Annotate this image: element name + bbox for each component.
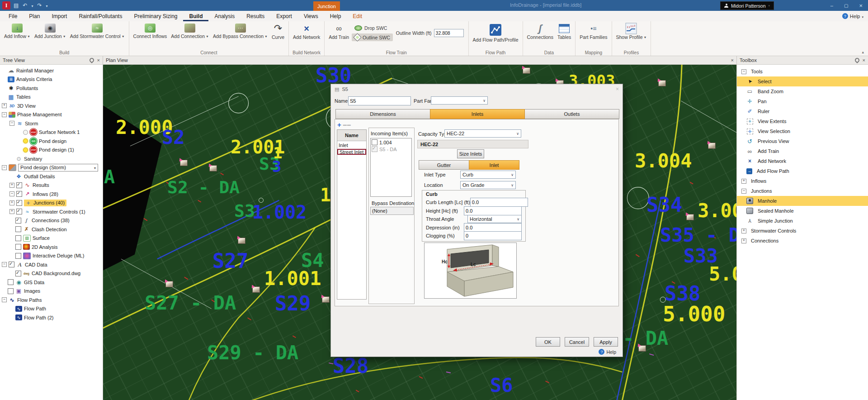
toolbox-section-stormwater-controls[interactable]: +Stormwater Controls xyxy=(737,226,868,236)
toolbox-item-band-zoom[interactable]: ▭Band Zoom xyxy=(737,86,868,96)
part-family-select[interactable]: ∨ xyxy=(431,96,488,105)
plan-view-tab[interactable]: Plan View xyxy=(106,57,728,63)
tree-view-close-icon[interactable] xyxy=(97,57,100,63)
ribbon-button-add-stormwater-control[interactable]: ≈Add Stormwater Control ▼ xyxy=(69,23,126,40)
expander-icon[interactable]: − xyxy=(2,262,7,267)
toolbox-item-sealed-manhole[interactable]: Sealed Manhole xyxy=(737,206,868,216)
plan-view-close-icon[interactable] xyxy=(731,57,734,63)
ribbon-button-add-network[interactable]: ×Add Network xyxy=(292,23,321,41)
tree-item-flow-path-2[interactable]: ∿Flow Path (2) xyxy=(0,313,103,322)
incoming-item-s5-da[interactable]: S5 - DA xyxy=(371,145,411,152)
expander-icon[interactable]: + xyxy=(741,179,746,184)
apply-button[interactable]: Apply xyxy=(594,337,618,347)
checkbox[interactable] xyxy=(15,271,21,276)
ribbon-button-tables[interactable]: Tables xyxy=(556,23,572,41)
junction-marker-icon[interactable] xyxy=(238,238,245,244)
checkbox[interactable] xyxy=(15,226,21,232)
junction-marker-icon[interactable] xyxy=(708,143,716,149)
field-select-inlet-type[interactable]: Curb∨ xyxy=(460,171,516,179)
junction-marker-icon[interactable] xyxy=(165,281,173,287)
dialog-tab-outlets[interactable]: Outlets xyxy=(524,109,619,119)
tree-item-junctions-40[interactable]: ++Junctions (40) xyxy=(0,199,103,208)
ok-button[interactable]: OK xyxy=(536,337,560,347)
bypass-destination-value[interactable]: (None) xyxy=(370,207,414,215)
junction-marker-icon[interactable] xyxy=(322,296,330,303)
tree-item-images[interactable]: ▣Images xyxy=(0,287,103,296)
add-inlet-button[interactable]: + ▬▬ xyxy=(337,121,351,129)
menu-build[interactable]: Build xyxy=(183,11,208,21)
checkbox[interactable] xyxy=(15,253,21,259)
checkbox[interactable] xyxy=(8,288,14,294)
checkbox[interactable] xyxy=(15,244,21,250)
inlet-row-street-inlet[interactable]: Street Inlet xyxy=(337,149,366,155)
tree-item-surface-network-1[interactable]: STOPSurface Network 1 xyxy=(0,128,103,137)
phase-select[interactable]: Pond design (Storm) xyxy=(18,164,98,171)
outline-width-input[interactable] xyxy=(434,29,464,37)
toolbox-section-junctions[interactable]: −Junctions xyxy=(737,186,868,196)
pin-icon[interactable] xyxy=(854,57,860,63)
toolbox-item-view-selection[interactable]: ✛View Selection xyxy=(737,126,868,136)
close-button[interactable] xyxy=(859,2,863,9)
toolbox-section-connections[interactable]: +Connections xyxy=(737,236,868,246)
tree-item-inflows-28[interactable]: −↗Inflows (28) xyxy=(0,190,103,199)
toolbox-item-manhole[interactable]: Manhole xyxy=(737,196,868,206)
menu-preliminary-sizing[interactable]: Preliminary Sizing xyxy=(128,11,183,21)
dialog-titlebar[interactable]: ▤ S5 xyxy=(331,84,623,94)
map-canvas[interactable]: S303.0032.000S22.001S3AS2 - DAS31.002131… xyxy=(103,65,736,400)
toolbox-item-ruler[interactable]: ✐Ruler xyxy=(737,106,868,116)
tree-item-connections-38[interactable]: ʃConnections (38) xyxy=(0,216,103,225)
expander-icon[interactable]: + xyxy=(9,183,14,188)
ribbon-button-add-flow-path-profile[interactable]: Add Flow Path/Profile xyxy=(472,23,520,43)
checkbox[interactable] xyxy=(15,235,21,241)
tree-item-cad-background-dwg[interactable]: dwgCAD Background.dwg xyxy=(0,269,103,278)
name-input[interactable] xyxy=(348,96,411,105)
tree-item-stormwater-controls-1[interactable]: +≈Stormwater Controls (1) xyxy=(0,207,103,216)
expander-icon[interactable]: − xyxy=(9,191,14,196)
field-input-clogging[interactable] xyxy=(464,231,522,240)
incoming-item-1-004[interactable]: 1.004 xyxy=(371,138,411,145)
expander-icon[interactable]: + xyxy=(741,238,746,243)
field-select-location[interactable]: On Grade∨ xyxy=(460,181,516,189)
cancel-button[interactable]: Cancel xyxy=(565,337,589,347)
expander-icon[interactable]: + xyxy=(9,200,14,205)
tree-item-pond-design-1[interactable]: STOPPond design (1) xyxy=(0,146,103,155)
expander-icon[interactable]: − xyxy=(2,165,7,170)
menu-views[interactable]: Views xyxy=(298,11,324,21)
expander-icon[interactable]: − xyxy=(2,297,7,302)
menu-rainfall-pollutants[interactable]: Rainfall/Pollutants xyxy=(73,11,128,21)
menu-edit[interactable]: Edit xyxy=(347,11,368,21)
subtab-inlet[interactable]: Inlet xyxy=(469,160,519,170)
dialog-close-icon[interactable] xyxy=(616,86,619,92)
menu-plan[interactable]: Plan xyxy=(23,11,46,21)
dialog-tab-inlets[interactable]: Inlets xyxy=(430,109,525,119)
contextual-tab-junction[interactable]: Junction xyxy=(313,1,340,11)
junction-marker-icon[interactable] xyxy=(658,80,666,86)
field-select-throat-angle[interactable]: Horizontal∨ xyxy=(467,215,522,223)
menu-help[interactable]: Help xyxy=(324,11,347,21)
tree-item-3d-view[interactable]: +3D3D View xyxy=(0,101,103,110)
junction-marker-icon[interactable] xyxy=(686,214,694,220)
ribbon-button-outline-swc[interactable]: Outline SWC xyxy=(352,33,393,41)
expander-icon[interactable]: + xyxy=(741,229,746,233)
expander-icon[interactable]: − xyxy=(741,189,746,194)
ribbon-button-add-bypass-connection[interactable]: ⋯Add Bypass Connection ▼ xyxy=(212,23,269,40)
subtab-gutter[interactable]: Gutter xyxy=(419,160,469,170)
checkbox[interactable] xyxy=(16,182,22,188)
tree-item-outfall-details[interactable]: ❖Outfall Details xyxy=(0,172,103,181)
toolbox-item-add-network[interactable]: ×Add Network xyxy=(737,156,868,166)
field-input-curb-length-lc-ft[interactable] xyxy=(470,198,528,207)
incoming-items-list[interactable]: 1.004S5 - DA xyxy=(370,138,412,197)
toolbox-item-select[interactable]: ➤Select xyxy=(737,76,868,86)
tree-item-pond-design-storm[interactable]: −Pond design (Storm) xyxy=(0,163,103,172)
menu-analysis[interactable]: Analysis xyxy=(208,11,241,21)
toolbox-item-simple-junction[interactable]: YSimple Junction xyxy=(737,216,868,226)
size-inlets-button[interactable]: Size Inlets xyxy=(457,149,484,158)
tree-item-interactive-deluge-ml[interactable]: Interactive Deluge (ML) xyxy=(0,252,103,261)
tree-item-2d-analysis[interactable]: 2D Analysis xyxy=(0,243,103,252)
tree-item-sanitary[interactable]: ⊙Sanitary xyxy=(0,154,103,163)
ribbon-button-drop-swc[interactable]: Drop SWC xyxy=(352,24,393,32)
expander-icon[interactable]: − xyxy=(9,121,14,126)
menu-import[interactable]: Import xyxy=(46,11,73,21)
tree-item-flow-path[interactable]: ∿Flow Path xyxy=(0,305,103,314)
junction-marker-icon[interactable] xyxy=(638,345,646,352)
